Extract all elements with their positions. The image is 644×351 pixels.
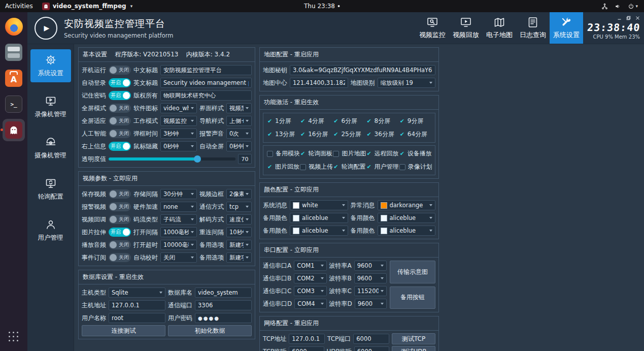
text-input[interactable]	[160, 65, 252, 75]
dropdown-select[interactable]: 上侧+上侧	[226, 116, 252, 126]
nav-item-system-settings[interactable]: 系统设置	[550, 12, 583, 44]
text-input[interactable]	[109, 313, 165, 323]
toggle-switch[interactable]: 关闭	[109, 253, 131, 262]
dropdown-select[interactable]: darkorange	[378, 200, 436, 210]
checkbox[interactable]: 备用模块	[266, 149, 299, 158]
toggle-switch[interactable]: 开启	[109, 91, 131, 100]
text-input[interactable]	[160, 90, 252, 101]
text-input[interactable]	[353, 334, 389, 344]
text-input[interactable]	[354, 346, 389, 351]
dock-item-files[interactable]	[3, 41, 25, 63]
checkbox[interactable]: ✔64分屏	[399, 130, 432, 139]
dropdown-select[interactable]: Sqlite	[109, 288, 165, 298]
checkbox[interactable]: ✔1分屏	[266, 117, 299, 125]
dropdown-select[interactable]: 速度优先	[226, 214, 252, 225]
text-input[interactable]	[290, 78, 348, 88]
dropdown-select[interactable]: 视频黑	[226, 103, 252, 113]
dropdown-select[interactable]: 1000毫秒	[160, 227, 197, 237]
sidebar-item-system-settings[interactable]: 系统设置	[30, 49, 71, 82]
slider-knob[interactable]	[194, 155, 201, 163]
dropdown-select[interactable]: aliceblue	[378, 213, 436, 223]
dropdown-select[interactable]: 0秒钟	[160, 141, 197, 151]
checkbox[interactable]: ✔13分屏	[266, 130, 299, 139]
dropdown-select[interactable]: 10000毫秒	[160, 240, 197, 250]
checkbox[interactable]: ✔远程回放	[366, 149, 399, 158]
button[interactable]: 测试TCP	[392, 333, 435, 344]
topbar-clock[interactable]: Thu 23:38	[304, 3, 340, 10]
dropdown-select[interactable]: 9600	[354, 261, 387, 271]
checkbox[interactable]: ✔用户管理	[366, 163, 399, 171]
checkbox[interactable]: ✔图片回放	[266, 163, 299, 171]
sidebar-item-polling-config[interactable]: 轮询配置	[30, 173, 71, 206]
restore-icon[interactable]	[626, 16, 631, 20]
dock-item-software-center[interactable]	[3, 67, 25, 89]
checkbox[interactable]: ✔轮询配置	[332, 163, 365, 171]
checkbox[interactable]: ✔4分屏	[299, 117, 332, 125]
button[interactable]: 测试UDP	[392, 346, 435, 351]
dropdown-select[interactable]: 30分钟	[160, 189, 197, 199]
checkbox[interactable]: ✔25分屏	[332, 130, 365, 139]
sidebar-item-user-management[interactable]: 用户管理	[30, 214, 71, 247]
text-input[interactable]	[109, 300, 165, 310]
checkbox[interactable]: ✔8分屏	[366, 117, 399, 125]
slider-value[interactable]: 70	[238, 154, 252, 164]
dropdown-select[interactable]: aliceblue	[290, 213, 348, 223]
checkbox[interactable]: ✔16分屏	[299, 130, 332, 139]
text-input[interactable]	[289, 346, 324, 351]
dropdown-select[interactable]: 9600	[355, 299, 387, 309]
dropdown-select[interactable]: white	[290, 200, 348, 210]
toggle-switch[interactable]: 开启	[109, 142, 131, 151]
dropdown-select[interactable]: 新建项目	[226, 240, 252, 250]
toggle-switch[interactable]: 关闭	[109, 129, 131, 138]
checkbox[interactable]: ✔6分屏	[332, 117, 365, 125]
nav-item-e-map[interactable]: 电子地图	[483, 12, 516, 44]
dropdown-select[interactable]: 0次	[226, 129, 252, 139]
text-input[interactable]	[195, 288, 252, 298]
dropdown-select[interactable]: COM2	[294, 273, 326, 283]
dropdown-select[interactable]: 2像素	[226, 189, 252, 199]
activities-button[interactable]: Activities	[0, 0, 38, 12]
button[interactable]: 连接测试	[82, 325, 165, 336]
toggle-switch[interactable]: 关闭	[109, 202, 131, 211]
minimize-icon[interactable]	[617, 16, 622, 20]
dropdown-select[interactable]: 视频监控	[160, 116, 197, 126]
power-icon[interactable]: ▾	[628, 3, 638, 10]
text-input[interactable]	[195, 300, 252, 310]
toggle-switch[interactable]: 关闭	[109, 116, 131, 125]
dropdown-select[interactable]: none	[160, 202, 197, 212]
close-icon[interactable]	[635, 16, 640, 20]
text-input[interactable]	[289, 334, 325, 344]
nav-item-video-playback[interactable]: 视频回放	[449, 12, 483, 44]
checkbox[interactable]: ✔9分屏	[399, 117, 432, 125]
password-input[interactable]	[195, 313, 252, 323]
toggle-switch[interactable]: 关闭	[109, 240, 131, 249]
toggle-switch[interactable]: 关闭	[109, 215, 131, 224]
dropdown-select[interactable]: 0秒钟	[226, 141, 252, 151]
nav-item-log-query[interactable]: 日志查询	[516, 12, 550, 44]
opacity-slider[interactable]	[109, 154, 235, 164]
dropdown-select[interactable]: 新建项目	[226, 252, 252, 263]
text-input[interactable]	[160, 78, 252, 88]
button[interactable]: 传输示意图	[390, 261, 435, 283]
dock-item-show-applications[interactable]	[3, 326, 25, 348]
volume-icon[interactable]	[615, 3, 621, 10]
text-input[interactable]	[290, 65, 435, 75]
dropdown-select[interactable]: 关闭	[160, 252, 197, 263]
checkbox[interactable]: 录像计划	[399, 163, 432, 171]
dock-item-terminal[interactable]	[3, 93, 25, 115]
sidebar-item-camera-management[interactable]: 摄像机管理	[30, 132, 71, 165]
dropdown-select[interactable]: aliceblue	[290, 226, 348, 236]
checkbox[interactable]: ✔设备播放	[399, 149, 432, 158]
dropdown-select[interactable]: COM3	[294, 286, 326, 296]
toggle-switch[interactable]: 关闭	[109, 66, 131, 75]
checkbox[interactable]: ✔36分屏	[366, 130, 399, 139]
dropdown-select[interactable]: tcp	[226, 202, 252, 212]
checkbox[interactable]: 视频上传	[299, 163, 332, 171]
dock-item-firefox[interactable]	[3, 15, 25, 38]
toggle-switch[interactable]: 开启	[109, 78, 131, 87]
dropdown-select[interactable]: 9600	[354, 273, 387, 283]
toggle-switch[interactable]: 关闭	[109, 189, 131, 199]
dropdown-select[interactable]: 缩放级别 19	[378, 78, 436, 88]
dropdown-select[interactable]: 子码流	[160, 214, 197, 225]
checkbox[interactable]: 图片地图	[332, 149, 365, 158]
